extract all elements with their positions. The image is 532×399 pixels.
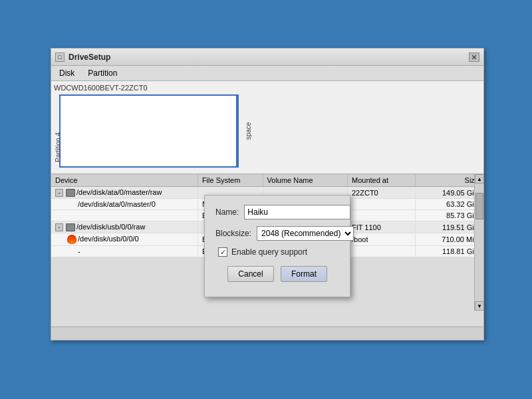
- col-header-filesystem: File System: [198, 174, 263, 187]
- name-input[interactable]: [244, 205, 350, 219]
- cell-device: /dev/disk/usb/0/0/0: [51, 233, 198, 246]
- cell-device: -/dev/disk/ata/0/master/raw: [51, 187, 198, 199]
- expand-icon[interactable]: -: [55, 223, 63, 231]
- query-support-checkbox[interactable]: ✓: [218, 247, 227, 257]
- window-icon: □: [55, 53, 65, 62]
- disk-area: WDCWD1600BEVT-22ZCT0 Partition 4 space: [51, 81, 483, 174]
- window-title: DriveSetup: [68, 53, 465, 62]
- blocksize-select[interactable]: 2048 (Recommended) 512 1024 4096: [257, 226, 354, 241]
- menu-bar: Disk Partition: [51, 66, 483, 81]
- cell-size: 119.51 GiB: [415, 221, 483, 233]
- menu-disk[interactable]: Disk: [54, 67, 80, 79]
- cell-device: /dev/disk/ata/0/master/0: [51, 199, 198, 210]
- drive-label: WDCWD1600BEVT-22ZCT0: [54, 84, 481, 92]
- blocksize-label: Blocksize:: [215, 229, 251, 238]
- name-row: Name:: [215, 205, 339, 219]
- cell-mounted: [348, 199, 416, 210]
- cell-size: 149.05 GiB: [415, 187, 483, 199]
- cell-mounted: 22ZCT0: [348, 187, 416, 199]
- partition-label: Partition 4: [55, 132, 62, 162]
- name-label: Name:: [215, 207, 239, 217]
- cell-device: -: [51, 246, 198, 257]
- col-header-mounted: Mounted at: [348, 174, 416, 187]
- cell-mounted: [348, 246, 416, 257]
- title-bar: □ DriveSetup: [51, 49, 483, 66]
- col-header-device: Device: [51, 174, 198, 187]
- dialog-buttons: Cancel Format: [215, 266, 339, 290]
- scroll-down-button[interactable]: ▼: [475, 301, 484, 311]
- close-button[interactable]: [469, 53, 479, 62]
- haiku-icon: [67, 235, 76, 244]
- blocksize-row: Blocksize: 2048 (Recommended) 512 1024 4…: [215, 226, 339, 241]
- partition-divider: [236, 96, 237, 166]
- dialog-body: Name: Blocksize: 2048 (Recommended) 512 …: [205, 196, 350, 297]
- menu-partition[interactable]: Partition: [82, 67, 122, 79]
- checkbox-label: Enable query support: [231, 247, 307, 257]
- status-bar: [51, 327, 483, 340]
- scroll-thumb[interactable]: [475, 193, 483, 219]
- format-dialog: Name: Blocksize: 2048 (Recommended) 512 …: [204, 195, 350, 297]
- hdd-icon: [66, 189, 75, 197]
- cell-mounted: FIT 1100: [348, 221, 416, 233]
- cell-size: 118.81 GiB: [415, 246, 483, 257]
- scroll-up-button[interactable]: ▲: [475, 174, 484, 184]
- cell-mounted: /boot: [348, 233, 416, 246]
- expand-icon[interactable]: -: [55, 189, 63, 197]
- checkbox-row[interactable]: ✓ Enable query support: [215, 247, 339, 257]
- cell-device: -/dev/disk/usb/0/0/raw: [51, 221, 198, 233]
- cell-device: [51, 210, 198, 221]
- hdd-icon: [66, 223, 75, 231]
- format-button[interactable]: Format: [281, 266, 327, 282]
- main-window: □ DriveSetup Disk Partition WDCWD1600BEV…: [51, 48, 484, 340]
- col-header-size: Size: [415, 174, 483, 187]
- col-header-volume: Volume Name: [263, 174, 347, 187]
- space-label: space: [245, 122, 252, 140]
- cell-size: 63.32 GiB: [415, 199, 483, 210]
- cancel-button[interactable]: Cancel: [227, 266, 274, 282]
- cell-size: 710.00 MiB: [415, 233, 483, 246]
- partition-display: Partition 4: [59, 94, 239, 168]
- cell-size: 85.73 GiB: [415, 210, 483, 221]
- cell-mounted: [348, 210, 416, 221]
- scrollbar-y[interactable]: ▲ ▼: [474, 174, 483, 311]
